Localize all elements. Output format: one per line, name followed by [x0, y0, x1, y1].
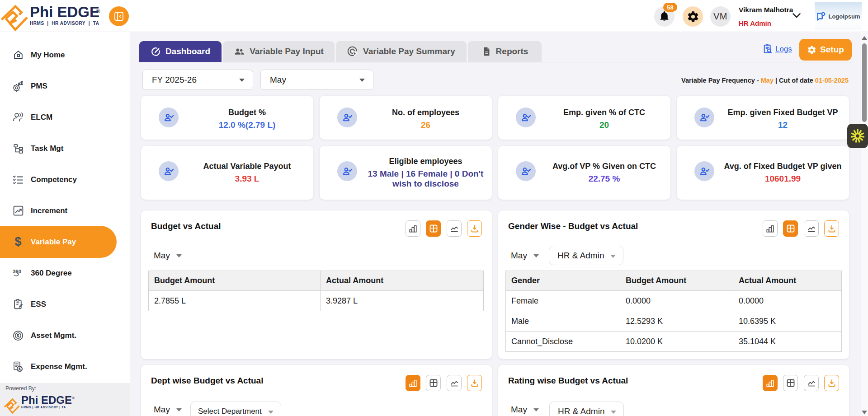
svg-text:360: 360 [13, 269, 21, 274]
